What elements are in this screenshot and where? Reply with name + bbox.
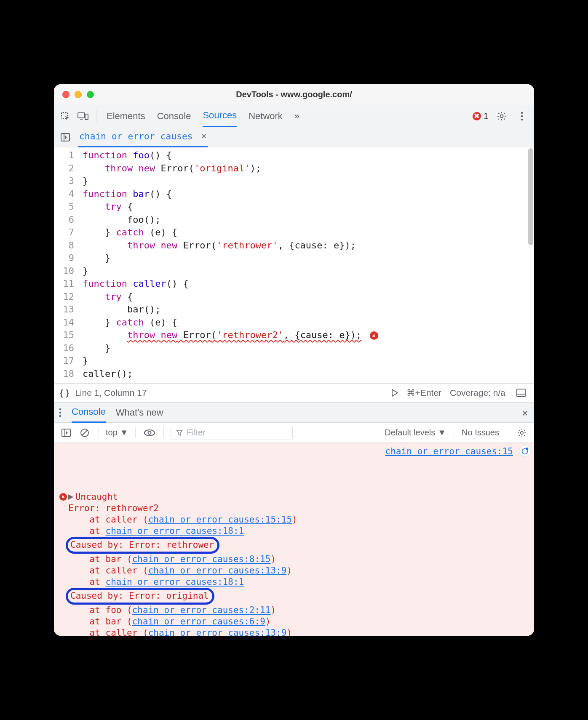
code-editor[interactable]: 123456789101112131415161718 function foo… [54,147,534,383]
svg-point-5 [521,112,523,114]
sources-subbar: chain or error causes × [54,127,534,147]
inspect-element-icon[interactable] [58,109,72,123]
file-tab-close-icon[interactable]: × [197,131,207,142]
line-number: 9 [54,252,74,265]
stack-frame-link[interactable]: chain or error causes:2:11 [132,605,271,615]
chevron-down-icon: ▼ [120,428,128,437]
stack-frame-link[interactable]: chain or error causes:8:15 [132,554,271,564]
line-number-gutter: 123456789101112131415161718 [54,147,80,383]
error-source-link[interactable]: chain or error causes:15 [385,446,513,457]
issues-button[interactable]: No Issues [462,428,499,437]
stack-frame-link[interactable]: chain or error causes:13:9 [148,628,287,636]
stack-frame-link[interactable]: chain or error causes:13:9 [148,565,287,576]
code-line[interactable]: try { [83,200,534,213]
execution-context-selector[interactable]: top ▼ [106,428,128,437]
code-line[interactable]: function bar() { [83,188,534,201]
error-icon: ✖ [59,493,67,501]
line-number: 11 [54,277,74,291]
code-line[interactable]: throw new Error('rethrower', {cause: e})… [83,239,534,252]
line-number: 16 [54,342,74,355]
cursor-position: Line 1, Column 17 [75,388,147,398]
tab-elements[interactable]: Elements [107,106,145,127]
scrollbar-thumb[interactable] [528,148,533,245]
traffic-lights [54,91,94,98]
code-line[interactable]: } catch (e) { [83,226,534,239]
drawer-tabs: Console What's new × [54,403,534,423]
code-line[interactable]: } [83,252,534,265]
drawer-kebab-icon[interactable] [59,408,61,417]
chevron-down-icon: ▼ [438,428,446,437]
clear-console-icon[interactable] [78,426,92,440]
tab-overflow[interactable]: » [294,106,299,127]
pretty-print-button[interactable]: { } [60,388,69,398]
stack-frame-link[interactable]: chain or error causes:6:9 [132,616,265,627]
svg-line-18 [82,430,88,435]
code-line[interactable]: foo(); [83,213,534,227]
console-line: at bar (chain or error causes:8:15) [68,554,530,565]
run-snippet-icon[interactable] [391,389,398,397]
ai-assist-icon[interactable] [519,445,531,457]
expand-triangle-icon[interactable]: ▶ [68,491,74,502]
tab-network[interactable]: Network [249,106,283,127]
line-number: 6 [54,213,74,227]
svg-rect-10 [517,389,525,397]
svg-point-6 [521,115,523,117]
console-settings-gear-icon[interactable] [515,426,529,440]
line-number: 7 [54,226,74,239]
drawer-close-icon[interactable]: × [522,407,528,420]
code-line[interactable]: function foo() { [83,149,534,162]
code-line[interactable]: } [83,355,534,368]
code-line[interactable]: function caller() { [83,277,534,291]
svg-point-23 [527,448,528,450]
tab-console[interactable]: Console [157,106,191,127]
line-number: 3 [54,175,74,188]
tab-sources[interactable]: Sources [203,105,237,127]
drawer-tab-whatsnew[interactable]: What's new [116,403,163,422]
settings-gear-icon[interactable] [494,109,509,123]
error-icon: ✖ [473,112,481,120]
editor-scrollbar[interactable] [528,147,534,383]
drawer-tab-console[interactable]: Console [72,402,106,423]
stack-frame-link[interactable]: chain or error causes:18:1 [106,577,244,587]
issues-label: No Issues [462,428,499,437]
console-sidebar-toggle-icon[interactable] [59,426,73,440]
navigator-toggle-icon[interactable] [58,130,72,144]
maximize-window-button[interactable] [87,91,94,98]
code-line[interactable]: } [83,175,534,188]
minimize-window-button[interactable] [75,91,82,98]
console-line: at foo (chain or error causes:2:11) [68,605,530,616]
code-line[interactable]: bar(); [83,303,534,316]
code-line[interactable]: } [83,342,534,355]
close-window-button[interactable] [62,91,69,98]
separator [99,427,99,438]
caused-by-highlight: Caused by: Error: original [66,588,214,605]
filter-input[interactable]: Filter [171,426,293,440]
error-counter[interactable]: ✖ 1 [473,111,489,122]
file-tab-active[interactable]: chain or error causes × [78,127,208,147]
stack-frame-link[interactable]: chain or error causes:15:15 [148,515,292,525]
code-line[interactable]: throw new Error('rethrower2', {cause: e}… [83,329,534,342]
code-line[interactable]: throw new Error('original'); [83,162,534,175]
console-body: chain or error causes:15 ✖ ▶UncaughtErro… [54,443,534,636]
kebab-menu-icon[interactable] [515,109,529,123]
console-line: Caused by: Error: rethrower [68,537,530,554]
separator [163,427,164,438]
line-number: 13 [54,303,74,316]
line-number: 17 [54,355,74,368]
code-area[interactable]: function foo() { throw new Error('origin… [80,147,534,383]
log-levels-selector[interactable]: Default levels ▼ [385,428,446,437]
console-error-message[interactable]: chain or error causes:15 ✖ ▶UncaughtErro… [54,443,534,636]
code-line[interactable]: caller(); [83,368,534,381]
code-line[interactable]: } catch (e) { [83,316,534,329]
console-line: at chain or error causes:18:1 [68,525,530,537]
code-line[interactable]: } [83,265,534,278]
svg-point-13 [59,411,61,413]
device-toolbar-icon[interactable] [76,109,90,123]
svg-point-21 [521,431,523,434]
line-number: 10 [54,265,74,278]
filter-placeholder: Filter [187,428,206,437]
live-expression-icon[interactable] [142,426,157,440]
stack-frame-link[interactable]: chain or error causes:18:1 [106,526,244,536]
code-line[interactable]: try { [83,291,534,304]
drawer-toggle-icon[interactable] [514,386,528,400]
